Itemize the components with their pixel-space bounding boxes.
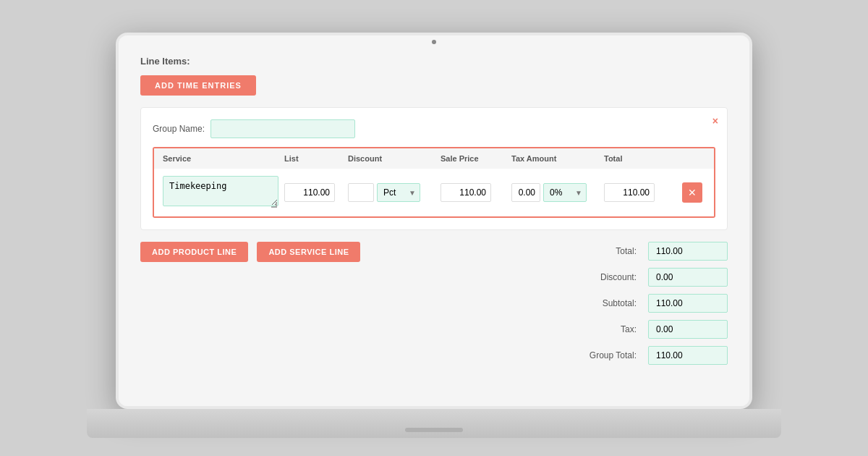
- table-row: Timekeeping Pct: [154, 169, 714, 216]
- group-total-label: Group Total:: [571, 350, 637, 360]
- tax-value-input[interactable]: [648, 320, 728, 339]
- list-input[interactable]: [284, 183, 335, 202]
- discount-cell: Pct Amt ▼: [348, 183, 435, 202]
- header-tax-amount: Tax Amount: [511, 154, 598, 163]
- group-section: Group Name: × Service List Discount Sale…: [140, 107, 728, 230]
- discount-value-input[interactable]: [348, 183, 374, 202]
- add-time-entries-button[interactable]: ADD TIME ENTRIES: [140, 75, 256, 96]
- discount-type-wrapper: Pct Amt ▼: [377, 183, 420, 202]
- discount-type-select[interactable]: Pct Amt: [377, 183, 420, 202]
- header-discount: Discount: [348, 154, 435, 163]
- group-name-label: Group Name:: [153, 124, 205, 134]
- header-action: [682, 154, 715, 163]
- group-total-row: Group Total:: [511, 346, 728, 365]
- subtotal-label: Subtotal:: [571, 298, 637, 308]
- group-name-input[interactable]: [210, 119, 355, 138]
- header-list: List: [284, 154, 342, 163]
- total-row: Total:: [511, 242, 728, 261]
- discount-value-input[interactable]: [648, 268, 728, 287]
- sale-price-input[interactable]: [441, 183, 491, 202]
- sale-price-cell: [441, 183, 506, 202]
- table-header: Service List Discount Sale Price Tax Amo…: [154, 148, 714, 169]
- delete-row-button[interactable]: ✕: [682, 182, 702, 203]
- action-row: ADD PRODUCT LINE ADD SERVICE LINE Total:…: [140, 242, 728, 365]
- total-label: Total:: [571, 246, 637, 256]
- action-cell: ✕: [682, 182, 715, 203]
- header-service: Service: [163, 154, 278, 163]
- total-cell: [604, 183, 676, 202]
- section-label: Line Items:: [140, 56, 728, 67]
- camera-dot: [432, 40, 436, 44]
- tax-label: Tax:: [571, 324, 637, 334]
- add-service-line-button[interactable]: ADD SERVICE LINE: [257, 242, 360, 262]
- service-input[interactable]: Timekeeping: [163, 176, 278, 206]
- close-icon[interactable]: ×: [712, 115, 718, 127]
- laptop-body: Line Items: ADD TIME ENTRIES Group Name:…: [116, 33, 752, 409]
- subtotal-value-input[interactable]: [648, 294, 728, 313]
- laptop-screen: Line Items: ADD TIME ENTRIES Group Name:…: [119, 35, 749, 406]
- discount-label: Discount:: [571, 272, 637, 282]
- service-cell: Timekeeping: [163, 176, 278, 209]
- resize-handle: [271, 202, 277, 208]
- laptop: Line Items: ADD TIME ENTRIES Group Name:…: [87, 18, 781, 438]
- group-total-value-input[interactable]: [648, 346, 728, 365]
- laptop-base: [87, 409, 781, 438]
- tax-cell: 0% 5% 10% ▼: [511, 183, 598, 202]
- totals-section: Total: Discount: Subtotal: Tax:: [511, 242, 728, 365]
- discount-row: Discount:: [511, 268, 728, 287]
- header-total: Total: [604, 154, 676, 163]
- group-name-row: Group Name:: [153, 119, 715, 138]
- subtotal-row: Subtotal:: [511, 294, 728, 313]
- screen-content: Line Items: ADD TIME ENTRIES Group Name:…: [119, 35, 749, 406]
- tax-rate-wrapper: 0% 5% 10% ▼: [543, 183, 587, 202]
- list-cell: [284, 183, 342, 202]
- line-items-table: Service List Discount Sale Price Tax Amo…: [153, 147, 715, 218]
- tax-row: Tax:: [511, 320, 728, 339]
- total-value-input[interactable]: [648, 242, 728, 261]
- header-sale-price: Sale Price: [441, 154, 506, 163]
- tax-rate-select[interactable]: 0% 5% 10%: [543, 183, 587, 202]
- add-product-line-button[interactable]: ADD PRODUCT LINE: [140, 242, 248, 262]
- total-input[interactable]: [604, 183, 655, 202]
- tax-amount-input[interactable]: [511, 183, 540, 202]
